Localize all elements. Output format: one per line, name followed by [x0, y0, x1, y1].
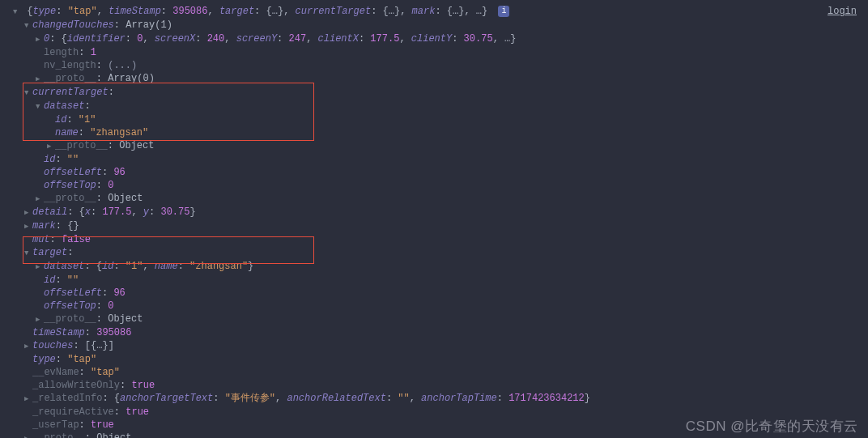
prop-offsetleft: offsetLeft: 96	[13, 287, 868, 300]
login-link[interactable]: login	[828, 5, 857, 18]
watermark-text: CSDN @比奇堡的天没有云	[686, 420, 858, 433]
prop-nvlength[interactable]: nv_length: (...)	[13, 59, 868, 72]
console-object-tree: {type: "tap", timeStamp: 395086, target:…	[0, 0, 868, 438]
prop-proto[interactable]: __proto__: Object	[13, 192, 868, 206]
prop-currenttarget[interactable]: currentTarget:	[13, 86, 868, 100]
prop-offsettop: offsetTop: 0	[13, 300, 868, 313]
prop-proto[interactable]: __proto__: Object	[13, 313, 868, 326]
collapse-arrow-icon[interactable]	[36, 261, 44, 274]
expand-arrow-icon[interactable]	[24, 19, 32, 32]
expand-arrow-icon[interactable]	[13, 6, 21, 19]
prop-detail[interactable]: detail: {x: 177.5, y: 30.75}	[13, 206, 868, 219]
prop-mut: mut: false	[13, 233, 868, 246]
collapse-arrow-icon[interactable]	[36, 73, 44, 86]
collapse-arrow-icon[interactable]	[24, 220, 32, 233]
prop-proto[interactable]: __proto__: Object	[13, 139, 868, 153]
array-item-0[interactable]: 0: {identifier: 0, screenX: 240, screenY…	[13, 32, 868, 46]
info-badge-icon[interactable]: i	[498, 6, 509, 17]
expand-arrow-icon[interactable]	[24, 247, 32, 260]
prop-touches[interactable]: touches: [{…}]	[13, 339, 868, 353]
prop-requireactive: _requireActive: true	[13, 406, 868, 419]
prop-type: type: "tap"	[13, 353, 868, 366]
prop-relatedinfo[interactable]: _relatedInfo: {anchorTargetText: "事件传参",…	[13, 392, 868, 406]
prop-dataset[interactable]: dataset: {id: "1", name: "zhangsan"}	[13, 260, 868, 274]
object-root[interactable]: {type: "tap", timeStamp: 395086, target:…	[13, 5, 868, 19]
collapse-arrow-icon[interactable]	[36, 193, 44, 206]
collapse-arrow-icon[interactable]	[36, 33, 44, 46]
prop-target[interactable]: target:	[13, 246, 868, 260]
prop-changedtouches[interactable]: changedTouches: Array(1)	[13, 19, 868, 32]
prop-id: id: ""	[13, 153, 868, 166]
prop-proto[interactable]: __proto__: Array(0)	[13, 72, 868, 86]
collapse-arrow-icon[interactable]	[24, 340, 32, 353]
prop-offsetleft: offsetLeft: 96	[13, 166, 868, 179]
prop-timestamp: timeStamp: 395086	[13, 326, 868, 339]
prop-evname: __evName: "tap"	[13, 366, 868, 379]
prop-dataset[interactable]: dataset:	[13, 100, 868, 113]
expand-arrow-icon[interactable]	[36, 100, 44, 113]
collapse-arrow-icon[interactable]	[24, 206, 32, 219]
collapse-arrow-icon[interactable]	[24, 393, 32, 406]
prop-name: name: "zhangsan"	[13, 126, 868, 139]
prop-mark[interactable]: mark: {}	[13, 219, 868, 233]
prop-allowwriteonly: _allowWriteOnly: true	[13, 379, 868, 392]
prop-id: id: ""	[13, 274, 868, 287]
prop-offsettop: offsetTop: 0	[13, 179, 868, 192]
expand-arrow-icon[interactable]	[24, 87, 32, 100]
prop-length: length: 1	[13, 46, 868, 59]
collapse-arrow-icon[interactable]	[47, 140, 55, 153]
collapse-arrow-icon[interactable]	[24, 432, 32, 438]
prop-id: id: "1"	[13, 113, 868, 126]
collapse-arrow-icon[interactable]	[36, 313, 44, 326]
